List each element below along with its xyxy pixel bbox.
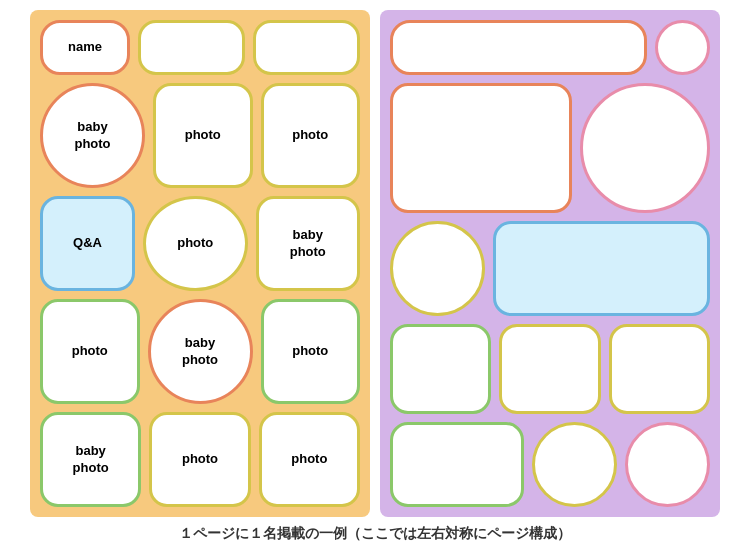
right-page	[380, 10, 720, 517]
right-rect-5	[390, 422, 524, 507]
right-row5	[390, 422, 710, 507]
photo-cell-6: photo	[261, 299, 361, 404]
baby-photo-circle-1: babyphoto	[40, 83, 145, 188]
right-circle-sm2	[532, 422, 617, 507]
qa-cell: Q&A	[40, 196, 135, 291]
baby-photo-cell-4: babyphoto	[40, 412, 141, 507]
photo-cell-5: photo	[40, 299, 140, 404]
baby-photo-cell-2: babyphoto	[256, 196, 361, 291]
right-rect-2	[390, 324, 491, 414]
right-blue-rect	[493, 221, 710, 316]
left-row1: name	[40, 20, 360, 75]
right-circle-sm3	[625, 422, 710, 507]
pages-container: name babyphoto photo photo Q&A photo	[10, 10, 740, 517]
right-circle-sm	[655, 20, 710, 75]
name-cell: name	[40, 20, 130, 75]
left-row4: photo babyphoto photo	[40, 299, 360, 404]
left-row3: Q&A photo babyphoto	[40, 196, 360, 291]
right-circle-lg	[580, 83, 710, 213]
right-rect-3	[499, 324, 600, 414]
photo-cell-1	[138, 20, 245, 75]
right-row2	[390, 83, 710, 213]
photo-cell-7: photo	[149, 412, 250, 507]
photo-circle-2: photo	[143, 196, 248, 291]
photo-cell-3: photo	[153, 83, 253, 188]
right-row3	[390, 221, 710, 316]
photo-cell-4: photo	[261, 83, 361, 188]
right-row1	[390, 20, 710, 75]
baby-photo-circle-3: babyphoto	[148, 299, 253, 404]
right-row4	[390, 324, 710, 414]
bottom-caption: １ページに１名掲載の一例（ここでは左右対称にページ構成）	[10, 525, 740, 543]
right-rect-lg-1	[390, 83, 572, 213]
left-row2: babyphoto photo photo	[40, 83, 360, 188]
photo-cell-8: photo	[259, 412, 360, 507]
left-page: name babyphoto photo photo Q&A photo	[30, 10, 370, 517]
right-circle-mid	[390, 221, 485, 316]
left-row5: babyphoto photo photo	[40, 412, 360, 507]
right-rect-4	[609, 324, 710, 414]
photo-cell-2	[253, 20, 360, 75]
right-name-bar	[390, 20, 647, 75]
